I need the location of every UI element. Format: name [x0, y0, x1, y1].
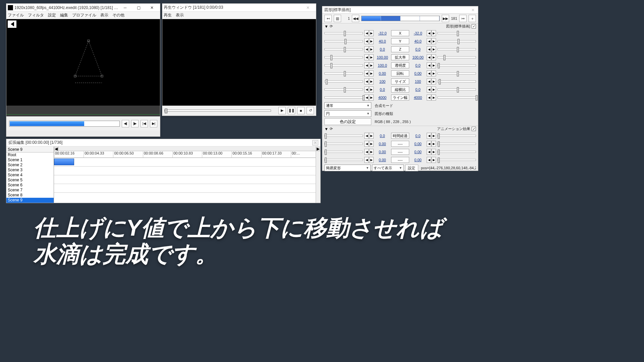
param-slider-right[interactable]	[437, 88, 476, 90]
param-slider-left[interactable]	[324, 40, 363, 42]
track-row[interactable]	[54, 184, 320, 193]
param-left-value[interactable]: 0.0	[375, 134, 390, 138]
close-button[interactable]: ✕	[145, 4, 159, 11]
param-right-value[interactable]: 40.0	[411, 39, 425, 43]
frame-forward-button[interactable]: ▶▶	[442, 15, 449, 22]
param-left-value[interactable]: -32.0	[375, 31, 390, 35]
next-object-button[interactable]: ↦	[459, 15, 467, 22]
param-slider-right[interactable]	[437, 64, 476, 66]
stepper-right[interactable]: ◀▶	[427, 133, 436, 139]
param-name-button[interactable]: X	[391, 30, 409, 36]
param-left-value[interactable]: 0.00	[375, 158, 390, 162]
param-slider-left[interactable]	[324, 32, 363, 34]
loop-icon[interactable]: ⟳	[330, 127, 333, 131]
loop-icon[interactable]: ⟳	[330, 24, 333, 28]
scene-list-item[interactable]: Scene 5	[6, 178, 54, 183]
scroll-left-button[interactable]: ◀	[54, 146, 59, 151]
loop-button[interactable]: ↺	[307, 107, 314, 114]
param-right-value[interactable]: -32.0	[411, 31, 425, 35]
scene-tab[interactable]: Scene 9	[6, 146, 54, 153]
pause-button[interactable]: ❚❚	[288, 107, 295, 114]
param-name-button[interactable]: Y	[391, 38, 409, 44]
playback-seek[interactable]	[164, 110, 271, 112]
param-name-button[interactable]: ----	[391, 149, 409, 155]
param-slider-left[interactable]	[324, 159, 363, 161]
stepper-left[interactable]: ◀▶	[364, 38, 374, 44]
timeline-h-scroll[interactable]: ◀ ▶	[54, 146, 320, 151]
param-right-value[interactable]: 100	[411, 79, 425, 83]
stepper-left[interactable]: ◀▶	[364, 149, 374, 155]
stepper-right[interactable]: ◀▶	[427, 38, 436, 44]
param-left-value[interactable]: 0.00	[375, 142, 390, 146]
scroll-right-button[interactable]: ▶	[316, 146, 320, 151]
param-slider-right[interactable]	[437, 48, 476, 50]
blend-mode-dropdown[interactable]: 通常▼	[324, 102, 371, 109]
stepper-left[interactable]: ◀▶	[364, 70, 374, 76]
param-right-value[interactable]: 4000	[411, 96, 425, 100]
param-right-value[interactable]: 0.0	[411, 87, 425, 92]
collapse-icon[interactable]: ▼	[324, 127, 328, 131]
stepper-left[interactable]: ◀▶	[364, 157, 374, 163]
param-right-value[interactable]: 0.00	[411, 71, 425, 75]
menu-profile[interactable]: プロファイル	[72, 12, 96, 18]
stepper-right[interactable]: ◀▶	[427, 30, 436, 36]
stepper-right[interactable]: ◀▶	[427, 149, 436, 155]
param-slider-right[interactable]	[437, 32, 476, 34]
preview-canvas[interactable]	[6, 19, 160, 106]
param-slider-left[interactable]	[324, 88, 363, 90]
param-right-value[interactable]: 0.0	[411, 134, 425, 138]
param-slider-left[interactable]	[324, 135, 363, 137]
playback-close-button[interactable]: ✕	[301, 4, 315, 11]
param-slider-right[interactable]	[437, 56, 476, 58]
param-slider-left[interactable]	[324, 56, 363, 58]
param-right-value[interactable]: 0.00	[411, 158, 425, 162]
track-area[interactable]	[54, 158, 320, 203]
stepper-right[interactable]: ◀▶	[427, 54, 436, 60]
scene-list-item[interactable]: Scene 2	[6, 163, 54, 168]
menu-view[interactable]: 表示	[100, 12, 108, 18]
param-slider-left[interactable]	[324, 80, 363, 82]
param-slider-right[interactable]	[437, 159, 476, 161]
frame-track[interactable]	[361, 16, 440, 21]
param-slider-right[interactable]	[437, 72, 476, 74]
param-left-value[interactable]: 100.00	[375, 55, 390, 59]
param-name-button[interactable]: ----	[391, 157, 409, 163]
frame-prev-button[interactable]: ◀|	[122, 120, 129, 127]
param-name-button[interactable]: 拡大率	[391, 54, 409, 60]
stepper-right[interactable]: ◀▶	[427, 86, 436, 93]
prev-object-button[interactable]: ↤	[324, 15, 332, 22]
param-left-value[interactable]: 0.00	[375, 71, 390, 75]
param-left-value[interactable]: 0.00	[375, 150, 390, 154]
timeline-clip[interactable]	[54, 159, 74, 165]
track-row[interactable]	[54, 158, 320, 167]
menu-play[interactable]: 再生	[164, 12, 172, 18]
param-name-button[interactable]: 回転	[391, 70, 409, 76]
stepper-left[interactable]: ◀▶	[364, 141, 374, 147]
section-enable-checkbox[interactable]: ✓	[472, 24, 476, 28]
add-button[interactable]: ＋	[469, 15, 476, 22]
param-left-value[interactable]: 0.0	[375, 87, 390, 92]
goto-end-button[interactable]: ▶|	[150, 120, 157, 127]
param-slider-right[interactable]	[437, 151, 476, 153]
stepper-left[interactable]: ◀▶	[364, 86, 374, 93]
param-slider-right[interactable]	[437, 143, 476, 145]
playback-canvas[interactable]	[162, 19, 316, 106]
frame-next-button[interactable]: |▶	[131, 120, 139, 127]
timeline-v-scroll[interactable]	[316, 151, 320, 203]
param-slider-left[interactable]	[324, 97, 363, 99]
stepper-right[interactable]: ◀▶	[427, 46, 436, 52]
param-slider-left[interactable]	[324, 143, 363, 145]
menu-settings[interactable]: 設定	[48, 12, 56, 18]
menu-display[interactable]: 表示	[176, 12, 184, 18]
stepper-right[interactable]: ◀▶	[427, 78, 436, 84]
stepper-left[interactable]: ◀▶	[364, 54, 374, 60]
param-right-value[interactable]: 0.00	[411, 150, 425, 154]
anim-type-dropdown[interactable]: 簡易変形▼	[324, 165, 371, 171]
scene-list-item[interactable]: Scene 9	[6, 198, 54, 203]
anim-settings-button[interactable]: 設定	[405, 165, 418, 171]
stepper-left[interactable]: ◀▶	[364, 46, 374, 52]
scene-list-item[interactable]: Scene 6	[6, 183, 54, 188]
param-slider-right[interactable]	[437, 80, 476, 82]
stepper-left[interactable]: ◀▶	[364, 78, 374, 84]
param-name-button[interactable]: ----	[391, 141, 409, 147]
